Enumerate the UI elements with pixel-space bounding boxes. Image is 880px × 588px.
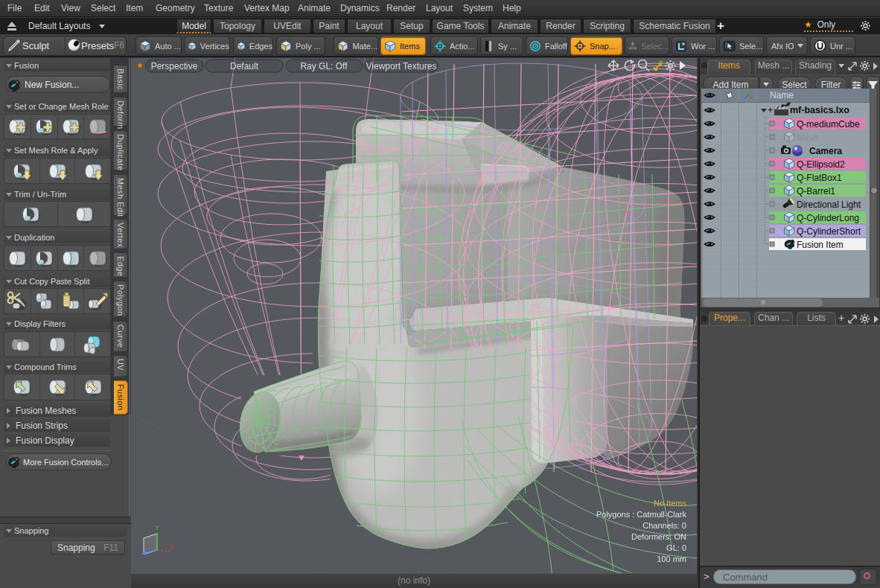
svg-text:Viewport Textures: Viewport Textures [366,61,437,71]
svg-text:Camera: Camera [809,146,842,156]
svg-text:Deformers: ON: Deformers: ON [631,532,686,541]
svg-text:Perspective: Perspective [151,61,198,71]
svg-text:Q-FlatBox1: Q-FlatBox1 [797,173,842,183]
svg-text:X: X [170,543,174,551]
svg-text:Q-mediumCube: Q-mediumCube [797,119,860,130]
svg-text:Directional Light: Directional Light [797,199,861,210]
svg-text:Fusion Item: Fusion Item [797,240,844,250]
svg-text:100 mm: 100 mm [657,555,686,563]
svg-text:Q-Ellipsoid2: Q-Ellipsoid2 [797,159,845,170]
svg-text:Default: Default [230,61,259,71]
svg-text:Q-CylinderLong: Q-CylinderLong [797,213,859,223]
svg-text:Q-Barrel1: Q-Barrel1 [797,186,835,196]
svg-text:Polygons : Catmull-Clark: Polygons : Catmull-Clark [596,510,687,519]
svg-text:Channels: 0: Channels: 0 [643,521,686,530]
svg-text:Y: Y [155,524,159,531]
svg-text:Q-CylinderShort: Q-CylinderShort [797,226,861,237]
svg-text:GL: 0: GL: 0 [666,543,686,552]
svg-text:No Items: No Items [654,499,687,508]
svg-text:Name: Name [770,90,794,100]
svg-text:Ray GL: Off: Ray GL: Off [300,61,348,71]
svg-text:Mesh: Mesh [797,132,818,143]
svg-text:+: + [768,105,773,115]
svg-text:mf-basics.lxo: mf-basics.lxo [790,105,849,115]
